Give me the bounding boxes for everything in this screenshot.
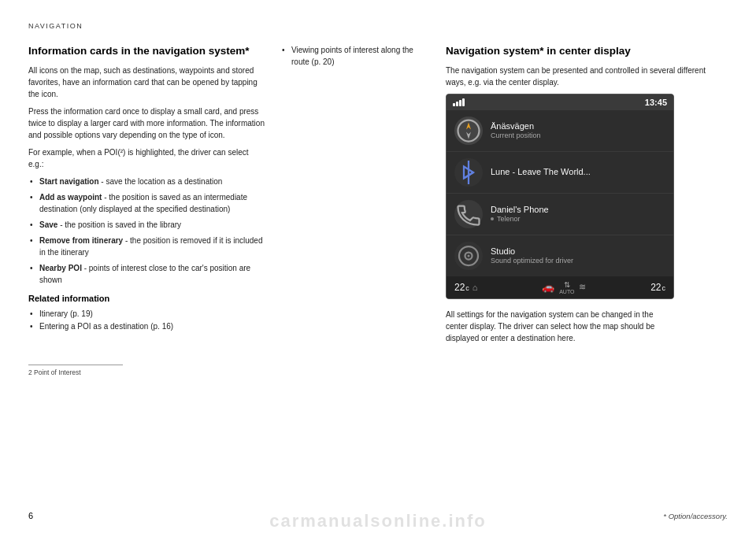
- row3-subtitle: Telenor: [491, 215, 665, 223]
- left-para3: For example, when a POI(²) is highlighte…: [28, 146, 265, 170]
- related-info-title: Related information: [28, 294, 265, 303]
- left-column: Information cards in the navigation syst…: [28, 44, 280, 517]
- page: NAVIGATION Information cards in the navi…: [0, 0, 756, 533]
- footnote-text: 2 Point of Interest: [28, 368, 265, 376]
- fan-icon: ⌂: [472, 283, 478, 292]
- content-area: Information cards in the navigation syst…: [28, 44, 728, 517]
- left-para1: All icons on the map, such as destinatio…: [28, 65, 265, 100]
- row2-text: Lune - Leave The World...: [491, 167, 665, 177]
- display-row-3: Daniel's Phone Telenor: [447, 194, 673, 235]
- footnote-divider: [28, 365, 123, 365]
- display-footer: 22 c ⌂ 🚗 ⇅ AUTO ≋ 22: [447, 276, 673, 298]
- temp-left-deg: c: [465, 284, 469, 292]
- bullet-bold: Save: [39, 220, 57, 229]
- auto-label: AUTO: [559, 289, 574, 294]
- temp-right-value: 22: [650, 282, 661, 293]
- bullet-bold: Remove from itinerary: [39, 236, 123, 245]
- temp-left-value: 22: [454, 282, 465, 293]
- display-row-4: Studio Sound optimized for driver: [447, 235, 673, 276]
- status-dot: [491, 217, 494, 220]
- music-icon-circle: [454, 242, 483, 270]
- temp-left: 22 c ⌂: [454, 282, 478, 293]
- signal-bar-2: [456, 102, 458, 106]
- left-section-title: Information cards in the navigation syst…: [28, 44, 265, 58]
- row2-title: Lune - Leave The World...: [491, 167, 665, 176]
- list-item: Add as waypoint - the position is saved …: [28, 191, 265, 215]
- signal-bars: [453, 98, 465, 106]
- nav-display: 13:45 Änäsvägen: [446, 94, 674, 299]
- row4-text: Studio Sound optimized for driver: [491, 246, 665, 265]
- footer-right: 22 c: [650, 282, 665, 293]
- display-caption: All settings for the navigation system c…: [446, 309, 674, 344]
- signal-bar-4: [462, 98, 465, 106]
- row1-text: Änäsvägen Current position: [491, 121, 665, 139]
- car-icon: 🚗: [542, 281, 554, 293]
- auto-container: ⇅ AUTO: [559, 280, 574, 294]
- display-time: 13:45: [645, 98, 667, 107]
- list-item: Itinerary (p. 19): [28, 308, 265, 320]
- page-number-left: 6: [28, 511, 33, 520]
- row1-subtitle: Current position: [491, 131, 665, 139]
- list-item: Remove from itinerary - the position is …: [28, 235, 265, 258]
- row3-text: Daniel's Phone Telenor: [491, 205, 665, 223]
- svg-marker-1: [466, 122, 471, 129]
- phone-icon-circle: [454, 200, 483, 228]
- signal-bar-3: [459, 100, 461, 106]
- music-icon: [454, 242, 483, 270]
- list-item: Entering a POI as a destination (p. 16): [28, 320, 265, 333]
- auto-arrows: ⇅: [564, 280, 570, 289]
- footer-center-icons: 🚗 ⇅ AUTO ≋: [542, 280, 586, 294]
- temp-right: 22 c: [650, 282, 665, 293]
- row3-title: Daniel's Phone: [491, 205, 665, 214]
- compass-icon: [454, 117, 483, 145]
- list-item: Start navigation - save the location as …: [28, 176, 265, 187]
- display-header: 13:45: [447, 94, 673, 110]
- left-bullet-list: Start navigation - save the location as …: [28, 176, 265, 286]
- row3-subtitle-text: Telenor: [497, 215, 521, 223]
- wave-icon: ≋: [579, 282, 586, 292]
- svg-point-6: [468, 254, 470, 257]
- middle-bullet-list: Viewing points of interest along the rou…: [280, 44, 422, 68]
- bullet-rest: - save the location as a destination: [99, 177, 223, 186]
- row1-title: Änäsvägen: [491, 121, 665, 131]
- middle-column: Viewing points of interest along the rou…: [280, 44, 438, 517]
- left-para2: Press the information card once to displ…: [28, 105, 265, 141]
- bullet-bold: Nearby POI: [39, 264, 82, 272]
- list-item: Viewing points of interest along the rou…: [280, 44, 422, 68]
- right-section-title: Navigation system* in center display: [446, 44, 728, 58]
- page-header: NAVIGATION: [28, 22, 728, 30]
- display-row-2: Lune - Leave The World...: [447, 152, 673, 194]
- right-para1: The navigation system can be presented a…: [446, 65, 728, 88]
- temp-right-deg: c: [662, 284, 665, 292]
- bullet-rest: - the position is saved in the library: [57, 220, 181, 229]
- row4-subtitle: Sound optimized for driver: [491, 257, 665, 265]
- bullet-bold: Add as waypoint: [39, 193, 102, 202]
- svg-marker-2: [466, 131, 471, 139]
- compass-icon-circle: [454, 117, 483, 145]
- list-item: Save - the position is saved in the libr…: [28, 219, 265, 231]
- bluetooth-icon-circle: [454, 158, 483, 187]
- display-rows: Änäsvägen Current position: [447, 110, 673, 276]
- bluetooth-icon: [454, 158, 483, 187]
- page-footnote-right: * Option/accessory.: [663, 512, 728, 520]
- signal-bar-1: [453, 103, 455, 106]
- phone-icon: [454, 200, 483, 228]
- list-item: Nearby POI - points of interest close to…: [28, 262, 265, 286]
- bullet-bold: Start navigation: [39, 177, 99, 186]
- related-list: Itinerary (p. 19) Entering a POI as a de…: [28, 308, 265, 333]
- display-row-1: Änäsvägen Current position: [447, 110, 673, 152]
- row4-title: Studio: [491, 246, 665, 256]
- right-column: Navigation system* in center display The…: [438, 44, 728, 517]
